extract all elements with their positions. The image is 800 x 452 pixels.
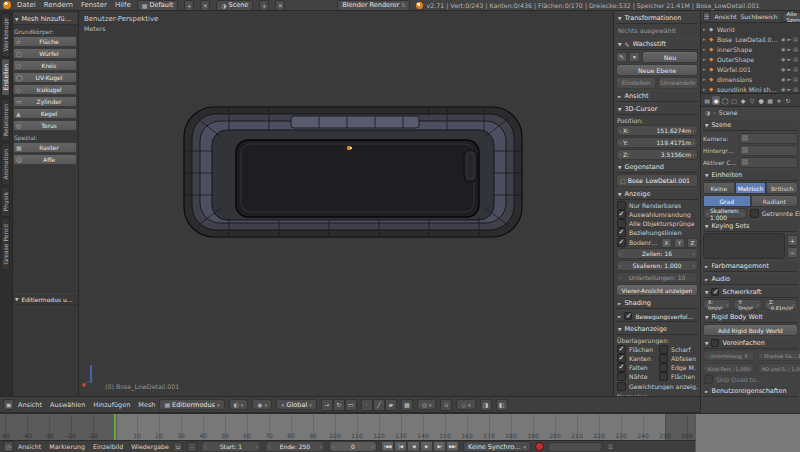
menu-item[interactable]: Rendern — [44, 1, 73, 9]
display-option-checkbox[interactable]: Alle Objektursprünge — [616, 219, 698, 228]
grid-setting-field[interactable]: Unterteilungen: 10 — [616, 272, 698, 283]
menu-item[interactable]: Ansicht — [18, 401, 42, 409]
playback-button[interactable]: |◀ — [394, 441, 407, 452]
restrict-render-camera-icon[interactable]: ▤ — [793, 56, 798, 62]
restrict-select-arrow-icon[interactable]: ► — [787, 86, 791, 92]
remove-keying-set-button[interactable]: − — [787, 247, 798, 258]
outliner-row[interactable]: ▸ ◆ Würfel.001 ◉ ► ▤ — [701, 64, 800, 74]
expand-arrow-icon[interactable]: ▸ — [703, 66, 707, 72]
display-option-checkbox[interactable]: Nur Renderbares — [616, 201, 698, 210]
translate-manipulator-icon[interactable]: → — [321, 399, 333, 411]
datablock-field[interactable] — [739, 157, 798, 168]
expand-arrow-icon[interactable]: ▸ — [703, 36, 707, 42]
tool-shelf-tab[interactable]: Werkzeuge — [1, 12, 10, 57]
panel-header-transform[interactable]: ▼ Transformationen — [616, 12, 698, 24]
panel-header-item[interactable]: ▼ Gegenstand — [616, 161, 698, 173]
panel-header-gravity[interactable]: ▼ Schwerkraft — [703, 286, 798, 298]
properties-tab[interactable]: ↻ — [784, 96, 792, 105]
cursor-coordinate-field[interactable]: X:151.6274m — [616, 125, 698, 136]
overlay-checkbox[interactable]: Edge M. — [658, 363, 698, 372]
opengl-render-anim-icon[interactable]: ◧ — [496, 399, 508, 411]
scale-manipulator-icon[interactable]: ▭ — [345, 399, 357, 411]
start-frame-field[interactable]: Start: 1 — [201, 441, 261, 452]
snap-magnet-icon[interactable]: ∪ — [440, 399, 452, 411]
current-frame-field[interactable]: 0 — [329, 441, 377, 452]
toggle-quad-view-button[interactable]: Vierer-Ansicht anzeigen — [616, 284, 698, 296]
blender-logo-icon[interactable] — [3, 1, 11, 9]
restrict-render-camera-icon[interactable]: ▤ — [793, 66, 798, 72]
properties-tab[interactable]: ▽ — [748, 96, 756, 105]
grid-floor-checkbox[interactable]: Bodenraster XYZ — [616, 238, 698, 247]
face-select-icon[interactable]: ▰ — [385, 399, 397, 411]
datablock-field[interactable] — [739, 145, 798, 156]
add-primitive-button[interactable]: ▭ Zylinder — [13, 96, 77, 107]
properties-tab[interactable]: ▦ — [766, 96, 774, 105]
outliner-row[interactable]: ▸ ◆ dimensions ◉ ► ▤ — [701, 74, 800, 84]
unit-scale-field[interactable]: Skalieren: 1.000 — [703, 208, 747, 219]
expand-arrow-icon[interactable]: ▸ — [703, 46, 707, 52]
panel-header-shading[interactable]: ► Shading — [616, 297, 698, 309]
separate-units-checkbox[interactable]: Getrennte Ein... — [749, 209, 800, 218]
outliner-row[interactable]: ▸ ◆ OuterShape ◉ ► ▤ — [701, 54, 800, 64]
restrict-select-arrow-icon[interactable]: ► — [787, 66, 791, 72]
restrict-visibility-eye-icon[interactable]: ◉ — [781, 66, 785, 72]
pivot-point-selector[interactable]: ◉ ▾ — [252, 399, 272, 410]
skip-quad-checkbox[interactable]: Skip Quad to... — [703, 375, 798, 384]
checkbox[interactable] — [624, 312, 632, 320]
simplify-field[interactable]: Shadow Sa..: 16 — [757, 350, 800, 361]
properties-tab[interactable]: ▤ — [703, 96, 711, 105]
sync-mode-selector[interactable]: Keine Synchronisation ▾ — [463, 441, 531, 452]
add-primitive-button[interactable]: ◎ Torus — [13, 120, 77, 131]
restrict-visibility-eye-icon[interactable]: ◉ — [781, 56, 785, 62]
timeline-editor-icon[interactable]: ◷ — [3, 441, 14, 452]
lock-time-icon[interactable]: ◦ — [187, 442, 197, 452]
restrict-select-arrow-icon[interactable]: ► — [787, 36, 791, 42]
checkbox[interactable] — [711, 339, 719, 347]
gravity-axis-field[interactable]: X: 0m/s² — [703, 299, 731, 310]
scene-add-button[interactable]: + — [259, 0, 269, 11]
properties-tab[interactable]: ▢ — [730, 96, 738, 105]
add-primitive-button[interactable]: ▢ Würfel — [13, 48, 77, 59]
gravity-axis-field[interactable]: Z: -9.81m/s² — [764, 299, 798, 310]
grid-setting-field[interactable]: Skalieren: 1.000 — [616, 260, 698, 271]
viewport-3d[interactable]: Benutzer-Perspektive Meters (0) Bose_Low… — [79, 11, 613, 396]
menu-item[interactable]: Mesh — [138, 401, 155, 409]
layout-add-button[interactable]: + — [184, 0, 194, 11]
menu-item[interactable]: Ansicht — [18, 443, 41, 450]
display-option-checkbox[interactable]: Beziehungslinien — [616, 228, 698, 237]
timeline-ruler[interactable]: -50-40-30-20-101020304050607080901001101… — [0, 413, 695, 440]
object-name-field[interactable]: ▢ Bose_LowDetail.001 — [616, 174, 698, 187]
viewport-shading-selector[interactable]: ◐ ▾ — [229, 399, 249, 410]
outliner-display-mode[interactable]: Alle Szenen — [782, 12, 800, 22]
restrict-select-arrow-icon[interactable]: ► — [787, 56, 791, 62]
add-special-button[interactable]: ☺ Affe — [13, 154, 77, 165]
expand-arrow-icon[interactable]: ▸ — [703, 86, 707, 92]
speaker-model-wireframe[interactable] — [79, 11, 613, 396]
mode-selector[interactable]: ▦ Editiermodus ▾ — [159, 399, 224, 410]
preview-range-icon[interactable]: ▫ — [173, 442, 183, 452]
layout-delete-button[interactable]: ✕ — [200, 0, 210, 11]
keying-sets-list[interactable] — [703, 233, 785, 259]
menu-item[interactable]: Fenster — [81, 1, 107, 9]
scene-delete-button[interactable]: ✕ — [275, 0, 285, 11]
outliner-search-menu[interactable]: Suchbereich — [741, 13, 778, 20]
insert-keyframe-icon[interactable]: ⚿ — [606, 442, 615, 451]
restrict-visibility-eye-icon[interactable]: ◉ — [781, 76, 785, 82]
panel-header-units[interactable]: ▼ Einheiten — [703, 169, 798, 181]
panel-header-3d-cursor[interactable]: ▼ 3D-Cursor — [616, 103, 698, 115]
keying-set-field[interactable] — [548, 442, 602, 452]
menu-item[interactable]: Auswählen — [50, 401, 85, 409]
grid-axis-toggle[interactable]: Z — [687, 238, 698, 248]
playback-button[interactable]: ▶▶| — [446, 441, 459, 452]
restrict-render-camera-icon[interactable]: ▤ — [793, 76, 798, 82]
scene-selector[interactable]: ◑ Scene — [216, 0, 253, 11]
playback-button[interactable]: ▶| — [433, 441, 446, 452]
panel-header-custom-properties[interactable]: ► Benutzereigenschaften — [703, 385, 798, 397]
panel-header-grease-pencil[interactable]: ▼ ✎ Wachsstift — [616, 38, 698, 50]
gravity-axis-field[interactable]: Y: 0m/s² — [733, 299, 761, 310]
expand-arrow-icon[interactable]: ▸ — [703, 56, 707, 62]
simplify-field[interactable]: Unterteilung: 6 — [703, 350, 755, 361]
add-keying-set-button[interactable]: + — [787, 235, 798, 246]
grease-action-button[interactable]: Umwandeln — [658, 77, 698, 89]
panel-header-rigid-body-world[interactable]: ▼ Rigid Body Welt — [703, 311, 798, 323]
